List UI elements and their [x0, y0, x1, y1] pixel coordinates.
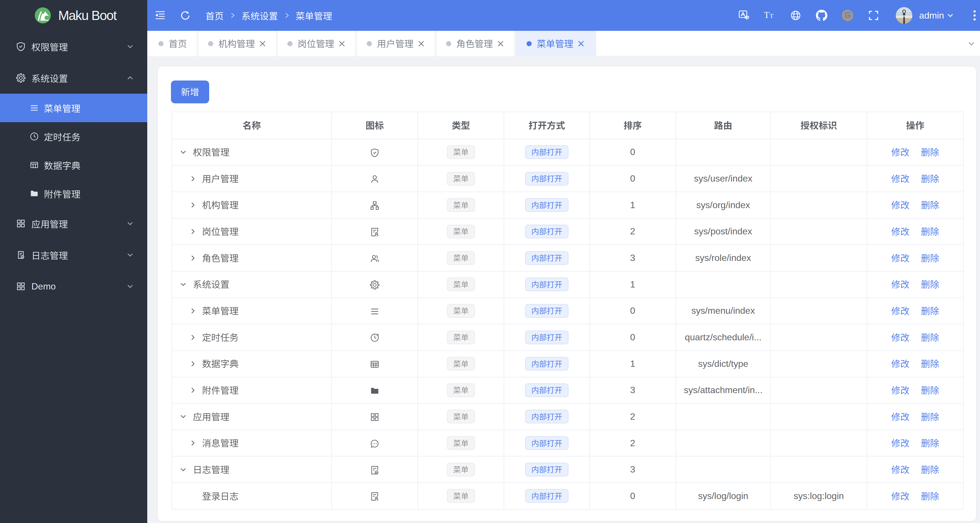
svg-text:T: T: [770, 13, 773, 19]
svg-text:T: T: [764, 10, 770, 20]
